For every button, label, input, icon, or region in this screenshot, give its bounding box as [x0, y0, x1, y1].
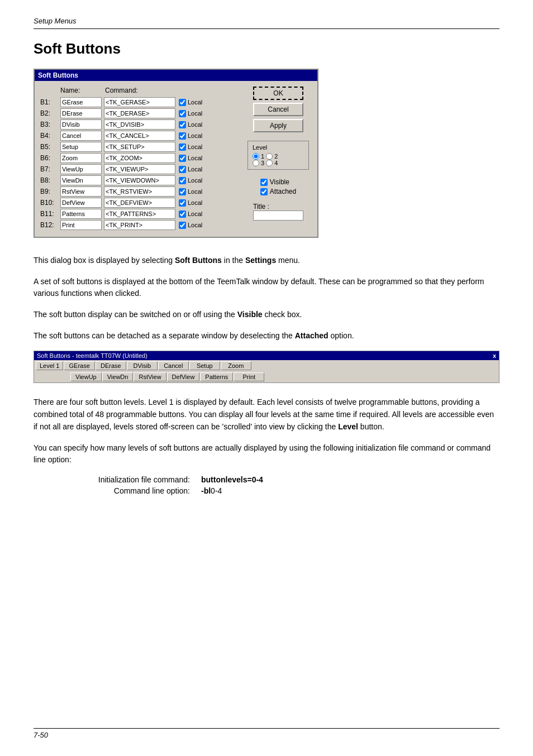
ok-button[interactable]: OK — [253, 87, 303, 100]
attached-label: Attached — [270, 188, 296, 195]
visible-checkbox[interactable] — [260, 179, 268, 186]
title-input[interactable] — [253, 210, 303, 221]
name-field[interactable] — [60, 164, 102, 174]
level-radio-1[interactable] — [253, 153, 259, 160]
cmd-field[interactable] — [104, 198, 175, 208]
local-checkbox[interactable] — [179, 188, 186, 195]
level-radio-3[interactable] — [253, 160, 259, 166]
local-label: Local — [188, 99, 202, 106]
name-field[interactable] — [60, 220, 102, 230]
cmd-field[interactable] — [104, 209, 175, 219]
row-label: B10: — [40, 199, 60, 207]
taskbar-button[interactable]: Print — [234, 372, 264, 381]
local-checkbox-col: Local — [179, 222, 202, 229]
taskbar-button[interactable]: ViewDn — [102, 372, 134, 381]
taskbar-button[interactable]: GErase — [64, 361, 94, 370]
local-checkbox[interactable] — [179, 110, 186, 117]
local-checkbox[interactable] — [179, 132, 186, 140]
page-title: Soft Buttons — [34, 40, 499, 58]
row-label: B5: — [40, 143, 60, 151]
name-field[interactable] — [60, 175, 102, 185]
local-label: Local — [188, 166, 202, 173]
soft-buttons-dialog: Soft Buttons Name: Command: B1: Local B2… — [34, 69, 318, 238]
local-checkbox-col: Local — [179, 99, 202, 106]
taskbar-button[interactable]: DErase — [96, 361, 126, 370]
local-label: Local — [188, 143, 202, 150]
cmd-field[interactable] — [104, 164, 175, 174]
level-radio-4[interactable] — [266, 160, 273, 166]
table-row: B3: Local — [40, 119, 239, 130]
cmd-field[interactable] — [104, 220, 175, 230]
table-row: B1: Local — [40, 97, 239, 107]
level-group-title: Level — [253, 144, 304, 151]
taskbar-button[interactable]: DefView — [167, 372, 200, 381]
row-label: B1: — [40, 98, 60, 106]
cmd-field[interactable] — [104, 131, 175, 141]
table-header: Name: Command: — [40, 87, 239, 94]
local-checkbox-col: Local — [179, 132, 202, 140]
row-label: B8: — [40, 176, 60, 184]
cmd-field[interactable] — [104, 108, 175, 118]
name-field[interactable] — [60, 97, 102, 107]
name-field[interactable] — [60, 108, 102, 118]
taskbar-button[interactable]: Patterns — [200, 372, 233, 381]
name-field[interactable] — [60, 209, 102, 219]
local-label: Local — [188, 199, 202, 206]
table-row: B12: Local — [40, 220, 239, 230]
apply-button[interactable]: Apply — [253, 119, 303, 132]
row-label: B9: — [40, 188, 60, 195]
local-label: Local — [188, 110, 202, 117]
taskbar-button[interactable]: Setup — [189, 361, 220, 370]
taskbar-title: Soft Buttons - teemtalk TT07W (Untitled) — [37, 352, 147, 359]
cmd-field[interactable] — [104, 142, 175, 152]
attached-checkbox[interactable] — [260, 188, 268, 195]
col-name-header: Name: — [60, 87, 105, 94]
taskbar-level-button[interactable]: Level 1 — [36, 361, 63, 370]
taskbar-button[interactable]: ViewUp — [70, 372, 102, 381]
col-cmd-header: Command: — [105, 87, 178, 94]
cmd-field[interactable] — [104, 119, 175, 130]
page: Setup Menus Soft Buttons Soft Buttons Na… — [0, 0, 533, 756]
taskbar-button[interactable]: DVisib — [127, 361, 158, 370]
table-row: B8: Local — [40, 175, 239, 185]
taskbar-button[interactable]: Zoom — [221, 361, 251, 370]
row-label: B12: — [40, 221, 60, 229]
body-paragraph: A set of soft buttons is displayed at th… — [34, 276, 499, 300]
local-checkbox[interactable] — [179, 199, 186, 207]
name-field[interactable] — [60, 142, 102, 152]
local-checkbox[interactable] — [179, 121, 186, 128]
local-checkbox[interactable] — [179, 177, 186, 184]
local-checkbox-col: Local — [179, 166, 202, 173]
local-checkbox[interactable] — [179, 143, 186, 151]
local-checkbox[interactable] — [179, 155, 186, 162]
local-checkbox[interactable] — [179, 222, 186, 229]
cancel-button[interactable]: Cancel — [253, 103, 303, 116]
taskbar-titlebar: Soft Buttons - teemtalk TT07W (Untitled)… — [34, 351, 499, 360]
cmd-field[interactable] — [104, 153, 175, 163]
name-field[interactable] — [60, 153, 102, 163]
level-radio-row2: 3 4 — [253, 160, 304, 166]
level-radio-2[interactable] — [266, 153, 273, 160]
local-checkbox[interactable] — [179, 210, 186, 218]
level-radio-2-label: 2 — [274, 153, 278, 160]
cmd-field[interactable] — [104, 186, 175, 197]
name-field[interactable] — [60, 186, 102, 197]
taskbar-button[interactable]: RstView — [134, 372, 166, 381]
local-checkbox[interactable] — [179, 99, 186, 106]
cmd-field[interactable] — [104, 97, 175, 107]
local-checkbox[interactable] — [179, 166, 186, 173]
body-paragraph: The soft buttons can be detached as a se… — [34, 330, 499, 342]
taskbar-button[interactable]: Cancel — [158, 361, 189, 370]
cmd-field[interactable] — [104, 175, 175, 185]
name-field[interactable] — [60, 119, 102, 130]
taskbar-close-icon[interactable]: x — [493, 352, 496, 359]
body-paragraph: The soft button display can be switched … — [34, 309, 499, 321]
init-label: Initialization file command: — [67, 475, 190, 484]
page-footer: 7-50 — [34, 728, 499, 739]
level-group: Level 1 2 3 4 — [248, 141, 309, 170]
local-label: Local — [188, 210, 202, 217]
row-label: B11: — [40, 210, 60, 218]
visible-label: Visible — [270, 178, 289, 186]
name-field[interactable] — [60, 131, 102, 141]
name-field[interactable] — [60, 198, 102, 208]
